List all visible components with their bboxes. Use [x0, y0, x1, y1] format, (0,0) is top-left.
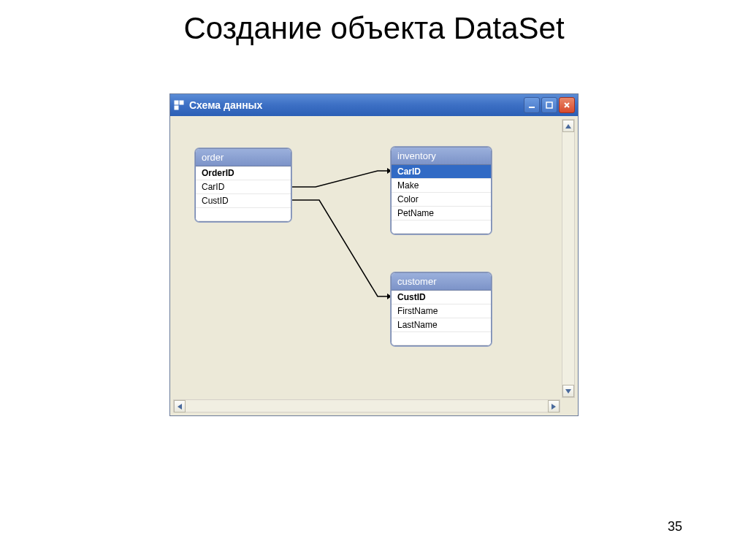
page-number: 35 — [668, 519, 682, 534]
horizontal-scrollbar[interactable] — [173, 399, 560, 413]
entity-body-inventory: CarID Make Color PetName — [392, 165, 491, 234]
field-inventory-make[interactable]: Make — [392, 179, 491, 193]
field-customer-empty — [392, 332, 491, 345]
entity-header-customer[interactable]: customer — [392, 273, 491, 291]
scroll-right-button[interactable] — [548, 400, 560, 413]
svg-rect-2 — [175, 106, 178, 110]
field-order-empty — [196, 208, 291, 221]
field-customer-firstname[interactable]: FirstName — [392, 304, 491, 318]
field-order-carid[interactable]: CarID — [196, 180, 291, 194]
scrollbar-corner — [562, 399, 575, 413]
field-customer-custid[interactable]: CustID — [392, 291, 491, 304]
svg-rect-1 — [180, 101, 183, 104]
field-inventory-color[interactable]: Color — [392, 193, 491, 207]
svg-rect-0 — [175, 101, 178, 104]
window-title: Схема данных — [189, 99, 524, 111]
field-order-orderid[interactable]: OrderID — [196, 166, 291, 180]
field-inventory-petname[interactable]: PetName — [392, 207, 491, 220]
entity-customer[interactable]: customer CustID FirstName LastName — [391, 272, 492, 346]
field-order-custid[interactable]: CustID — [196, 194, 291, 208]
app-icon — [173, 99, 185, 111]
titlebar[interactable]: Схема данных — [170, 94, 578, 116]
diagram-canvas[interactable]: order OrderID CarID CustID inventory Car… — [173, 119, 560, 398]
scroll-down-button[interactable] — [562, 385, 574, 397]
vertical-scrollbar[interactable] — [562, 119, 575, 398]
page-title: Создание объекта DataSet — [0, 0, 748, 46]
field-customer-lastname[interactable]: LastName — [392, 318, 491, 332]
entity-header-order[interactable]: order — [196, 149, 291, 166]
svg-rect-4 — [546, 102, 552, 108]
entity-order[interactable]: order OrderID CarID CustID — [195, 148, 291, 222]
svg-rect-3 — [529, 107, 535, 108]
scroll-up-button[interactable] — [562, 120, 574, 132]
entity-body-order: OrderID CarID CustID — [196, 166, 291, 221]
entity-inventory[interactable]: inventory CarID Make Color PetName — [391, 147, 492, 234]
entity-body-customer: CustID FirstName LastName — [392, 291, 491, 345]
minimize-button[interactable] — [524, 97, 540, 113]
maximize-button[interactable] — [541, 97, 557, 113]
entity-header-inventory[interactable]: inventory — [392, 147, 491, 165]
client-area: order OrderID CarID CustID inventory Car… — [170, 116, 578, 415]
close-button[interactable] — [559, 97, 575, 113]
window-controls — [524, 97, 575, 113]
scroll-left-button[interactable] — [174, 400, 186, 413]
field-inventory-empty — [392, 220, 491, 234]
schema-window: Схема данных order OrderI — [169, 93, 579, 416]
field-inventory-carid[interactable]: CarID — [392, 165, 491, 179]
